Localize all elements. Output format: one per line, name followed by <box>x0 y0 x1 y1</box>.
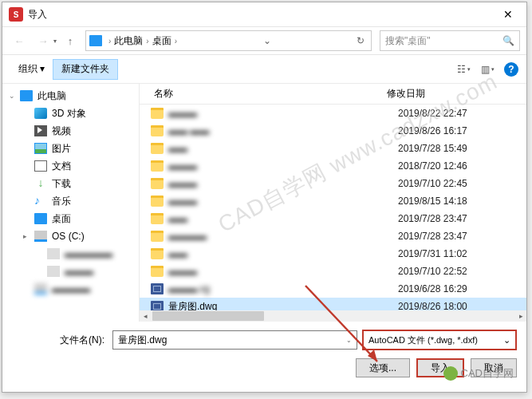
expand-icon[interactable]: ⌄ <box>9 92 15 100</box>
sidebar-item-3D 对象[interactable]: 3D 对象 <box>2 105 139 122</box>
file-date: 2019/7/28 23:47 <box>398 231 526 242</box>
nav-forward-button[interactable]: → <box>33 30 53 51</box>
file-row[interactable]: ▬▬▬ 2019/8/22 22:47 <box>140 105 526 122</box>
file-row[interactable]: ▬▬ 2019/7/31 11:02 <box>140 245 526 263</box>
file-date: 2019/7/10 22:52 <box>398 266 526 277</box>
file-name: ▬▬ <box>168 143 393 154</box>
folder-icon <box>47 248 60 259</box>
preview-pane-button[interactable]: ▥▾ <box>475 59 499 80</box>
sidebar-item-文档[interactable]: 文档 <box>2 157 139 175</box>
folder-icon <box>151 160 164 172</box>
sidebar-item-下载[interactable]: ↓下载 <box>2 175 139 192</box>
file-name: ▬▬▬▬ <box>168 231 393 242</box>
file-date: 2019/7/28 23:47 <box>398 213 526 224</box>
file-date: 2018/7/20 12:46 <box>398 160 526 172</box>
sidebar-item-音乐[interactable]: ♪音乐 <box>2 192 139 210</box>
filetype-select[interactable]: AutoCAD 文件 (*.dwg, *.dxf) ⌄ <box>362 330 517 350</box>
sidebar-item[interactable]: ▬▬▬▬ <box>2 280 139 298</box>
folder-icon <box>151 125 164 136</box>
search-input[interactable]: 搜索"桌面" 🔍 <box>380 30 520 51</box>
file-row[interactable]: ▬▬▬▬ 2019/7/28 23:47 <box>140 227 526 245</box>
file-name: ▬▬▬ <box>168 178 393 189</box>
address-bar[interactable]: › 此电脑 › 桌面 › ⌄ ↻ <box>85 30 372 51</box>
sidebar: ⌄ 此电脑 3D 对象视频图片文档↓下载♪音乐桌面▸OS (C:) ▬▬▬▬▬ … <box>2 84 140 322</box>
sidebar-drive-child[interactable]: ▬▬▬▬▬ <box>2 245 139 263</box>
folder-icon <box>151 143 164 154</box>
view-mode-button[interactable]: ☷▾ <box>451 59 475 80</box>
file-row[interactable]: ▬▬ ▬▬ 2019/8/26 16:17 <box>140 122 526 140</box>
file-row[interactable]: ▬▬▬ 2018/7/20 12:46 <box>140 157 526 175</box>
search-icon: 🔍 <box>502 35 514 46</box>
filename-value: 量房图.dwg <box>118 334 167 347</box>
dialog-title: 导入 <box>28 8 47 22</box>
file-date: 2019/6/28 16:29 <box>398 283 526 294</box>
sidebar-item-图片[interactable]: 图片 <box>2 140 139 157</box>
refresh-icon[interactable]: ↻ <box>353 35 368 46</box>
nav-back-button[interactable]: ← <box>9 30 30 51</box>
ico-dl: ↓ <box>34 178 47 189</box>
filetype-value: AutoCAD 文件 (*.dwg, *.dxf) <box>368 334 478 346</box>
file-row[interactable]: ▬▬▬ 2019/7/10 22:45 <box>140 175 526 192</box>
column-name[interactable]: 名称 <box>140 87 387 101</box>
options-button[interactable]: 选项... <box>356 358 410 377</box>
filename-label: 文件名(N): <box>12 334 108 347</box>
file-name: ▬▬▬ <box>168 108 393 119</box>
file-date: 2019/8/22 22:47 <box>398 108 526 119</box>
file-name: ▬▬ <box>168 248 393 259</box>
scrollbar-horizontal[interactable]: ◂ ▸ <box>140 310 526 322</box>
file-row[interactable]: ▬▬▬.vg 2019/6/28 16:29 <box>140 280 526 298</box>
column-date[interactable]: 修改日期 <box>387 87 526 101</box>
file-row[interactable]: ▬▬▬ 2019/8/15 14:18 <box>140 192 526 210</box>
chevron-down-icon[interactable]: ⌄ <box>346 337 352 344</box>
file-list-header: 名称 修改日期 <box>140 84 526 105</box>
file-name: ▬▬ ▬▬ <box>168 125 393 136</box>
pc-icon <box>20 90 33 101</box>
file-list: ▬▬▬ 2019/8/22 22:47 ▬▬ ▬▬ 2019/8/26 16:1… <box>140 105 526 318</box>
sidebar-item-视频[interactable]: 视频 <box>2 122 139 140</box>
import-button[interactable]: 导入 <box>416 358 464 377</box>
folder-icon <box>47 266 60 277</box>
scroll-left-icon[interactable]: ◂ <box>140 312 151 320</box>
folder-icon <box>151 266 164 277</box>
cancel-button[interactable]: 取消 <box>471 358 517 377</box>
sidebar-drive-child[interactable]: ▬▬▬ <box>2 263 139 280</box>
nav-history-dropdown[interactable]: ▾ <box>53 38 57 45</box>
help-button[interactable]: ? <box>504 62 518 77</box>
folder-icon <box>151 231 164 242</box>
file-name: ▬▬▬ <box>168 160 393 172</box>
file-row[interactable]: ▬▬ 2019/7/28 23:47 <box>140 210 526 227</box>
ico-3d <box>34 108 47 119</box>
file-name: ▬▬▬ <box>168 266 393 277</box>
chevron-right-icon: › <box>108 37 111 45</box>
path-segment-desktop[interactable]: 桌面 <box>152 34 171 48</box>
organize-menu[interactable]: 组织 ▾ <box>10 59 53 80</box>
scroll-right-icon[interactable]: ▸ <box>515 312 526 320</box>
chevron-down-icon[interactable]: ⌄ <box>503 335 510 346</box>
sidebar-item-OS (C:)[interactable]: ▸OS (C:) <box>2 227 139 245</box>
ico-drv <box>34 231 47 242</box>
expand-icon[interactable]: ▸ <box>23 232 27 240</box>
ico-mus: ♪ <box>34 196 47 207</box>
ico-doc <box>34 160 47 172</box>
file-row[interactable]: ▬▬▬ 2019/7/10 22:52 <box>140 263 526 280</box>
ico-dsk <box>34 213 47 224</box>
sidebar-item-桌面[interactable]: 桌面 <box>2 210 139 227</box>
scroll-thumb[interactable] <box>152 311 264 321</box>
path-dropdown-icon[interactable]: ⌄ <box>260 35 274 46</box>
filename-input[interactable]: 量房图.dwg ⌄ <box>112 330 357 350</box>
folder-icon <box>151 178 164 189</box>
search-placeholder: 搜索"桌面" <box>385 34 431 48</box>
folder-icon <box>151 248 164 259</box>
sidebar-label: 3D 对象 <box>52 107 86 120</box>
dwg-file-icon <box>151 283 164 294</box>
sidebar-label: 桌面 <box>52 212 71 226</box>
sidebar-label: 下载 <box>52 177 71 191</box>
close-button[interactable]: ✕ <box>490 2 526 26</box>
sidebar-item-this-pc[interactable]: ⌄ 此电脑 <box>2 87 139 105</box>
file-row[interactable]: ▬▬ 2019/7/28 15:49 <box>140 140 526 157</box>
sidebar-label: 此电脑 <box>37 89 66 103</box>
nav-up-button[interactable]: ↑ <box>60 30 81 51</box>
folder-icon <box>151 213 164 224</box>
new-folder-button[interactable]: 新建文件夹 <box>53 59 118 80</box>
path-segment-pc[interactable]: 此电脑 <box>114 34 143 48</box>
